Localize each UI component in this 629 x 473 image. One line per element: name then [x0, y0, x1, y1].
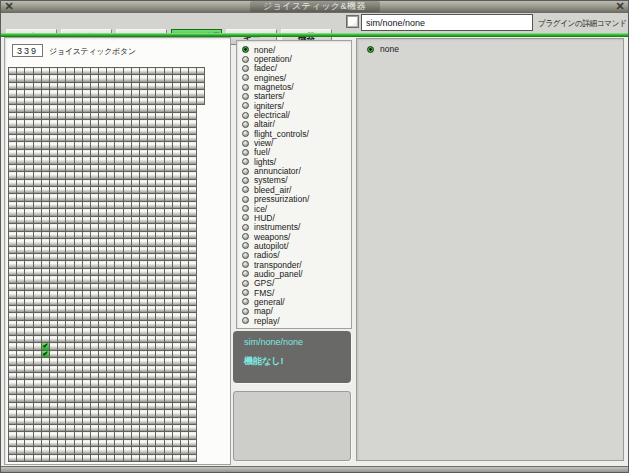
joystick-button-cell[interactable]: [181, 209, 189, 216]
joystick-button-cell[interactable]: [83, 440, 91, 447]
joystick-button-cell[interactable]: [58, 224, 66, 231]
joystick-button-cell[interactable]: [197, 83, 205, 90]
joystick-button-cell[interactable]: [148, 440, 156, 447]
joystick-button-cell[interactable]: [99, 75, 107, 82]
joystick-button-cell[interactable]: [181, 120, 189, 127]
joystick-button-cell[interactable]: [181, 321, 189, 328]
joystick-button-cell[interactable]: [124, 232, 132, 239]
joystick-button-cell[interactable]: [42, 261, 50, 268]
joystick-button-cell[interactable]: [25, 172, 33, 179]
joystick-button-cell[interactable]: [115, 135, 123, 142]
joystick-button-cell[interactable]: [107, 373, 115, 380]
joystick-button-cell[interactable]: [42, 187, 50, 194]
joystick-button-cell[interactable]: [50, 239, 58, 246]
joystick-button-cell[interactable]: [17, 313, 25, 320]
joystick-button-cell[interactable]: [148, 98, 156, 105]
joystick-button-cell[interactable]: [124, 403, 132, 410]
joystick-button-cell[interactable]: [140, 321, 148, 328]
joystick-button-cell[interactable]: [189, 373, 197, 380]
joystick-button-cell[interactable]: [99, 113, 107, 120]
joystick-button-cell[interactable]: [17, 150, 25, 157]
joystick-button-cell[interactable]: [165, 403, 173, 410]
joystick-button-cell[interactable]: [42, 209, 50, 216]
joystick-button-cell[interactable]: [115, 120, 123, 127]
joystick-button-cell[interactable]: [9, 98, 17, 105]
joystick-button-cell[interactable]: [124, 321, 132, 328]
joystick-button-cell[interactable]: [58, 194, 66, 201]
joystick-button-cell[interactable]: [181, 68, 189, 75]
category-item-systems[interactable]: systems/: [237, 176, 351, 185]
joystick-button-cell[interactable]: [42, 321, 50, 328]
joystick-button-cell[interactable]: [25, 83, 33, 90]
joystick-button-cell[interactable]: [156, 105, 164, 112]
joystick-button-cell[interactable]: [156, 403, 164, 410]
joystick-button-cell[interactable]: [99, 98, 107, 105]
joystick-button-cell[interactable]: [124, 202, 132, 209]
joystick-button-cell[interactable]: [115, 395, 123, 402]
category-item-engines[interactable]: engines/: [237, 73, 351, 82]
joystick-button-cell[interactable]: [25, 113, 33, 120]
joystick-button-cell[interactable]: [99, 418, 107, 425]
joystick-button-cell[interactable]: [34, 142, 42, 149]
joystick-button-cell[interactable]: [165, 224, 173, 231]
joystick-button-cell[interactable]: [148, 217, 156, 224]
joystick-button-cell[interactable]: [50, 410, 58, 417]
joystick-button-cell[interactable]: [66, 254, 74, 261]
joystick-button-cell[interactable]: [66, 194, 74, 201]
joystick-button-cell[interactable]: [75, 254, 83, 261]
joystick-button-cell[interactable]: [124, 358, 132, 365]
joystick-button-cell[interactable]: [156, 373, 164, 380]
joystick-button-cell[interactable]: [50, 306, 58, 313]
joystick-button-cell[interactable]: [58, 455, 66, 462]
joystick-button-cell[interactable]: [83, 254, 91, 261]
joystick-button-cell[interactable]: [107, 83, 115, 90]
joystick-button-cell[interactable]: [34, 418, 42, 425]
joystick-button-cell[interactable]: [115, 321, 123, 328]
joystick-button-cell[interactable]: [173, 224, 181, 231]
joystick-button-cell[interactable]: [17, 425, 25, 432]
joystick-button-cell[interactable]: [50, 202, 58, 209]
joystick-button-cell[interactable]: [75, 321, 83, 328]
joystick-button-cell[interactable]: [156, 75, 164, 82]
joystick-button-cell[interactable]: [34, 447, 42, 454]
joystick-button-cell[interactable]: [124, 142, 132, 149]
joystick-button-cell[interactable]: [91, 313, 99, 320]
joystick-button-cell[interactable]: [148, 247, 156, 254]
joystick-button-cell[interactable]: [75, 98, 83, 105]
joystick-button-cell[interactable]: [156, 224, 164, 231]
joystick-button-cell[interactable]: [34, 358, 42, 365]
joystick-button-cell[interactable]: [83, 180, 91, 187]
joystick-button-cell[interactable]: [42, 306, 50, 313]
joystick-button-cell[interactable]: [107, 284, 115, 291]
joystick-button-cell[interactable]: [165, 157, 173, 164]
joystick-button-cell[interactable]: [124, 120, 132, 127]
joystick-button-cell[interactable]: [140, 68, 148, 75]
joystick-button-cell[interactable]: [17, 351, 25, 358]
joystick-button-cell[interactable]: [148, 150, 156, 157]
joystick-button-cell[interactable]: [181, 247, 189, 254]
joystick-button-cell[interactable]: [115, 403, 123, 410]
joystick-button-cell[interactable]: [165, 83, 173, 90]
joystick-button-cell[interactable]: [66, 440, 74, 447]
joystick-button-cell[interactable]: [9, 68, 17, 75]
joystick-button-cell[interactable]: [140, 380, 148, 387]
joystick-button-cell[interactable]: [115, 366, 123, 373]
joystick-button-cell[interactable]: [107, 336, 115, 343]
joystick-button-cell[interactable]: [115, 336, 123, 343]
joystick-button-cell[interactable]: [124, 395, 132, 402]
joystick-button-cell[interactable]: [165, 440, 173, 447]
joystick-button-cell[interactable]: [107, 194, 115, 201]
joystick-button-cell[interactable]: [75, 135, 83, 142]
joystick-button-cell[interactable]: [99, 351, 107, 358]
joystick-button-cell[interactable]: [25, 425, 33, 432]
joystick-button-cell[interactable]: [124, 366, 132, 373]
joystick-button-cell[interactable]: [156, 410, 164, 417]
joystick-button-cell[interactable]: [58, 410, 66, 417]
joystick-button-cell[interactable]: [34, 403, 42, 410]
joystick-button-cell[interactable]: [42, 455, 50, 462]
joystick-button-cell[interactable]: [189, 440, 197, 447]
joystick-button-cell[interactable]: [91, 306, 99, 313]
joystick-button-cell[interactable]: [66, 284, 74, 291]
joystick-button-cell[interactable]: [181, 306, 189, 313]
joystick-button-cell[interactable]: [140, 135, 148, 142]
